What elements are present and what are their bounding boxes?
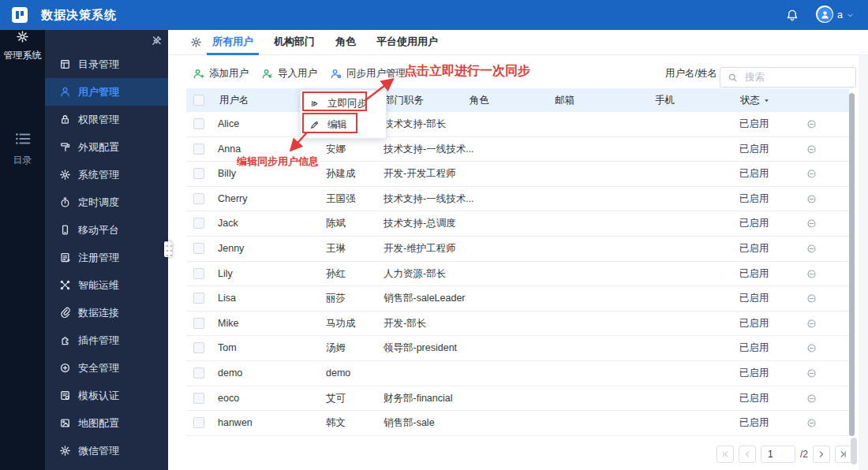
sidebar-item[interactable]: 用户管理 [45,78,168,106]
sidebar-item[interactable]: 系统管理 [45,161,168,188]
notification-bell-icon[interactable] [786,9,799,21]
page-number-input[interactable] [761,446,795,463]
disable-user-icon[interactable] [806,293,817,304]
row-checkbox[interactable] [193,193,204,204]
cell-dept: 销售部-sale [383,411,435,435]
cell-status: 已启用 [739,187,769,211]
user-avatar-icon [820,9,830,20]
next-page-icon[interactable] [817,449,826,459]
row-checkbox[interactable] [193,367,204,379]
search-input[interactable] [743,71,855,84]
toolbar-button[interactable]: 导入用户 [261,67,317,80]
toolbar-button-label: 同步用户管理 [346,67,406,80]
avatar[interactable] [816,6,833,23]
first-page-icon[interactable] [720,449,730,459]
row-checkbox[interactable] [193,243,204,254]
prev-page-icon[interactable] [743,449,752,459]
disable-user-icon[interactable] [806,144,817,155]
cell-status: 已启用 [739,211,769,236]
collapse-pin-icon[interactable] [151,35,163,47]
sidebar-item-label: 移动平台 [78,223,119,237]
rail-item[interactable]: 管理系统 [0,30,45,62]
row-checkbox[interactable] [193,293,204,304]
tab[interactable]: 机构部门 [268,30,320,55]
annotation-sync-note: 点击立即进行一次同步 [404,63,530,80]
tab[interactable]: 所有用户 [207,30,259,55]
toolbar-button-icon [193,68,204,80]
username-label[interactable]: a [837,0,843,30]
app-window: 数据决策系统 a 目录 管理系统 目录管理 用户管理 [0,0,868,470]
sidebar-item[interactable]: 微信管理 [45,437,168,464]
cell-status: 已启用 [739,137,769,162]
table-toolbar: 添加用户 导入用户 同步用户管理 [193,62,420,85]
sidebar-item[interactable]: 数据连接 [45,299,168,326]
sidebar-item-icon [59,390,71,401]
user-menu-chevron-icon[interactable] [846,11,855,20]
disable-user-icon[interactable] [806,343,817,353]
row-checkbox[interactable] [193,144,204,155]
toolbar-button-label: 导入用户 [278,67,317,80]
last-page-icon[interactable] [839,449,848,459]
row-checkbox[interactable] [193,342,204,353]
cell-username: Jack [218,211,238,236]
sidebar-item[interactable]: 地图配置 [45,409,168,437]
sidebar-item[interactable]: 插件管理 [45,326,168,354]
cell-dept: 技术支持-部长 [383,112,446,136]
disable-user-icon[interactable] [806,368,817,379]
row-checkbox[interactable] [193,393,204,404]
disable-user-icon[interactable] [806,319,817,329]
page-total-label: /2 [800,449,808,460]
tab[interactable]: 平台使用用户 [371,30,443,55]
disable-user-icon[interactable] [806,394,817,404]
row-checkbox[interactable] [193,218,204,229]
cell-status: 已启用 [739,112,769,136]
sidebar-item-label: 微信管理 [78,444,119,458]
column-header-status: 状态 [740,88,760,112]
row-checkbox[interactable] [193,318,204,329]
search-icon [728,73,738,83]
sidebar-item[interactable]: 目录管理 [45,50,168,78]
sidebar-item[interactable]: 定时调度 [45,188,168,216]
cell-status: 已启用 [739,237,769,261]
sidebar-item[interactable]: 外观配置 [45,133,168,161]
column-header-phone: 手机 [655,88,675,112]
disable-user-icon[interactable] [806,169,817,179]
row-checkbox[interactable] [193,268,204,279]
settings-gear-icon[interactable] [190,36,202,48]
sidebar-item-icon [59,445,71,457]
toolbar-button[interactable]: 添加用户 [193,67,249,80]
disable-user-icon[interactable] [806,244,817,254]
annotation-box-sync [302,91,367,111]
sidebar-item[interactable]: 模板认证 [45,382,168,409]
page-scrollbar-thumb[interactable] [851,438,857,464]
cell-status: 已启用 [739,336,769,360]
rail-item-icon [16,30,29,43]
disable-user-icon[interactable] [806,418,817,428]
table-scrollbar-thumb[interactable] [849,93,855,436]
sidebar-item[interactable]: 权限管理 [45,106,168,133]
rail-item-icon [13,129,32,148]
sidebar-drag-handle[interactable] [164,241,172,257]
disable-user-icon[interactable] [806,194,817,204]
search-filter-select[interactable]: 用户名/姓名 [665,62,728,85]
row-checkbox[interactable] [193,168,204,179]
rail-item[interactable]: 目录 [0,129,45,167]
disable-user-icon[interactable] [806,269,817,279]
sidebar-item-label: 数据连接 [78,306,119,320]
sidebar-item[interactable]: 智能运维 [45,271,168,299]
sidebar-item-icon [59,224,71,236]
disable-user-icon[interactable] [806,218,817,229]
sidebar-item-label: 外观配置 [78,140,119,155]
disable-user-icon[interactable] [806,119,817,129]
sidebar-item[interactable]: 移动平台 [45,216,168,244]
row-checkbox[interactable] [193,118,204,129]
status-filter-caret-icon[interactable] [763,97,770,104]
table-row: Mike 马功成 开发-部长 已启用 [186,311,849,337]
sidebar-item[interactable]: 注册管理 [45,244,168,271]
tab-label: 平台使用用户 [376,35,438,47]
select-all-checkbox[interactable] [193,95,204,106]
tab[interactable]: 角色 [330,30,361,55]
table-row: Cherry 王国强 技术支持-一线技术... 已启用 [186,187,849,212]
sidebar-item[interactable]: 安全管理 [45,354,168,382]
row-checkbox[interactable] [193,417,204,428]
